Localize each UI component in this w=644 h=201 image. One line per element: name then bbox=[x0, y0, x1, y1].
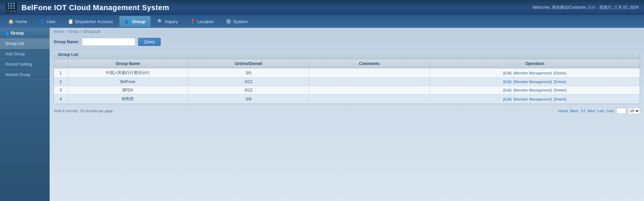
exit-link[interactable]: Exit bbox=[588, 5, 595, 10]
cell-name: BelFone bbox=[67, 78, 188, 86]
op-link-1[interactable]: [Member Management] bbox=[514, 71, 552, 75]
nav-location[interactable]: 📍 Location bbox=[184, 16, 219, 27]
group-table: Group Name Online/Owned Comments Operati… bbox=[54, 59, 640, 104]
goto-input[interactable] bbox=[616, 108, 626, 114]
nav-group[interactable]: 👥 Group bbox=[119, 16, 151, 27]
cell-num: 2 bbox=[54, 78, 67, 86]
cell-comments bbox=[309, 68, 430, 78]
content-area: Home > Group > Group List Group Name: Qu… bbox=[50, 28, 644, 201]
per-page-select[interactable]: 10 20 50 bbox=[628, 108, 640, 114]
inquiry-icon: 🔍 bbox=[157, 19, 163, 24]
page-home[interactable]: Home bbox=[558, 109, 568, 113]
op-link-0[interactable]: [Edit] bbox=[503, 71, 512, 75]
nav-system-label: System bbox=[233, 19, 248, 24]
sidebar-item-nested-group[interactable]: Nested Group bbox=[0, 70, 50, 80]
nav-inquiry-label: Inquiry bbox=[165, 19, 178, 24]
cell-name: BFDX bbox=[67, 86, 188, 94]
breadcrumb: Home > Group > Group List bbox=[50, 28, 644, 35]
search-input[interactable] bbox=[82, 38, 136, 46]
breadcrumb-current: Group List bbox=[84, 29, 101, 34]
cell-comments bbox=[309, 86, 430, 94]
app-title: BelFone IOT Cloud Management System bbox=[21, 3, 169, 12]
nav-group-label: Group bbox=[132, 19, 145, 24]
page-back[interactable]: Back bbox=[570, 109, 578, 113]
sidebar-item-record-setting[interactable]: Record Setting bbox=[0, 59, 50, 70]
cell-num: 1 bbox=[54, 68, 67, 78]
sidebar-item-group-list[interactable]: Group List bbox=[0, 39, 50, 49]
main-layout: 👥 Group Group List Add Group Record Sett… bbox=[0, 28, 644, 201]
cell-comments bbox=[309, 78, 430, 86]
sidebar-header-label: Group bbox=[11, 30, 24, 36]
nav-user[interactable]: 👤 User bbox=[34, 16, 61, 27]
cell-operation: [Edit][Member Management][Delete] bbox=[430, 94, 640, 104]
logo-text: ProChat bbox=[6, 10, 16, 13]
sidebar-group-icon: 👥 bbox=[3, 30, 9, 36]
nav-user-label: User bbox=[47, 19, 56, 24]
search-bar: Group Name: Query bbox=[50, 35, 644, 49]
breadcrumb-home[interactable]: Home bbox=[54, 29, 63, 34]
nav-dispatcher-label: Dispatcher Account bbox=[75, 19, 113, 24]
nav-system[interactable]: ⚙️ System bbox=[220, 16, 253, 27]
group-icon: 👥 bbox=[125, 19, 130, 24]
sidebar-item-add-group[interactable]: Add Group bbox=[0, 49, 50, 59]
nav-inquiry[interactable]: 🔍 Inquiry bbox=[152, 16, 183, 27]
header-left: ProChat BelFone IOT Cloud Management Sys… bbox=[5, 2, 169, 14]
welcome-text: Welcome, 系统测试/Customer. bbox=[533, 5, 587, 10]
system-icon: ⚙️ bbox=[226, 19, 231, 24]
location-icon: 📍 bbox=[190, 19, 196, 24]
op-link-2[interactable]: [Delete] bbox=[554, 80, 567, 84]
op-link-1[interactable]: [Member Management] bbox=[514, 80, 552, 84]
op-link-2[interactable]: [Delete] bbox=[554, 71, 567, 75]
page-info: 1/1 bbox=[580, 109, 585, 113]
op-link-0[interactable]: [Edit] bbox=[503, 80, 512, 84]
page-last[interactable]: Last bbox=[597, 109, 604, 113]
panel-header: Group List bbox=[54, 50, 640, 59]
op-link-0[interactable]: [Edit] bbox=[503, 88, 512, 92]
breadcrumb-sep2: > bbox=[80, 29, 82, 34]
cell-online: 0/12 bbox=[188, 78, 309, 86]
op-link-1[interactable]: [Member Management] bbox=[514, 88, 552, 92]
op-link-2[interactable]: [Delete] bbox=[554, 88, 567, 92]
nav-home[interactable]: 🏠 Home bbox=[3, 16, 33, 27]
query-button[interactable]: Query bbox=[138, 38, 161, 46]
table-row: 1中国人民银行行黄旧分行0/0[Edit][Member Management]… bbox=[54, 68, 640, 78]
cell-num: 4 bbox=[54, 94, 67, 104]
breadcrumb-sep1: > bbox=[65, 29, 67, 34]
user-icon: 👤 bbox=[39, 19, 45, 24]
logo-box: ProChat bbox=[5, 2, 17, 14]
op-link-2[interactable]: [Delete] bbox=[554, 97, 567, 101]
op-link-0[interactable]: [Edit] bbox=[503, 97, 512, 101]
pagination-bar: Total 4 records, 10 records per page Hom… bbox=[50, 106, 644, 116]
group-panel: Group List Group Name Online/Owned Comme… bbox=[54, 50, 640, 104]
cell-num: 3 bbox=[54, 86, 67, 94]
home-icon: 🏠 bbox=[8, 19, 14, 24]
op-link-1[interactable]: [Member Management] bbox=[514, 97, 552, 101]
cell-name: 中国人民银行行黄旧分行 bbox=[67, 68, 188, 78]
total-records: Total 4 records, 10 records per page bbox=[54, 109, 113, 113]
col-header-name: Group Name bbox=[67, 59, 188, 68]
cell-online: 0/9 bbox=[188, 94, 309, 104]
col-header-online: Online/Owned bbox=[188, 59, 309, 68]
nav-location-label: Location bbox=[197, 19, 214, 24]
pagination-controls: Home Back 1/1 Next Last Goto 10 20 50 bbox=[558, 108, 640, 114]
table-row: 3BFDX0/12[Edit][Member Management][Delet… bbox=[54, 86, 640, 94]
table-header-row: Group Name Online/Owned Comments Operati… bbox=[54, 59, 640, 68]
col-header-operation: Operation bbox=[430, 59, 640, 68]
cell-online: 0/0 bbox=[188, 68, 309, 78]
cell-operation: [Edit][Member Management][Delete] bbox=[430, 68, 640, 78]
nav-dispatcher[interactable]: 📋 Dispatcher Account bbox=[62, 16, 118, 27]
sidebar: 👥 Group Group List Add Group Record Sett… bbox=[0, 28, 50, 201]
col-header-comments: Comments bbox=[309, 59, 430, 68]
page-next[interactable]: Next bbox=[588, 109, 595, 113]
header-right: Welcome, 系统测试/Customer. Exit 星期六, 三月 02,… bbox=[533, 5, 639, 10]
datetime: 星期六, 三月 02, 2024 bbox=[599, 5, 639, 10]
col-header-num bbox=[54, 59, 67, 68]
sidebar-header: 👥 Group bbox=[0, 28, 50, 39]
dispatcher-icon: 📋 bbox=[68, 19, 73, 24]
search-label: Group Name: bbox=[54, 40, 79, 44]
app-header: ProChat BelFone IOT Cloud Management Sys… bbox=[0, 0, 644, 15]
breadcrumb-group[interactable]: Group bbox=[68, 29, 79, 34]
navbar: 🏠 Home 👤 User 📋 Dispatcher Account 👥 Gro… bbox=[0, 15, 644, 28]
nav-home-label: Home bbox=[15, 19, 27, 24]
cell-operation: [Edit][Member Management][Delete] bbox=[430, 78, 640, 86]
